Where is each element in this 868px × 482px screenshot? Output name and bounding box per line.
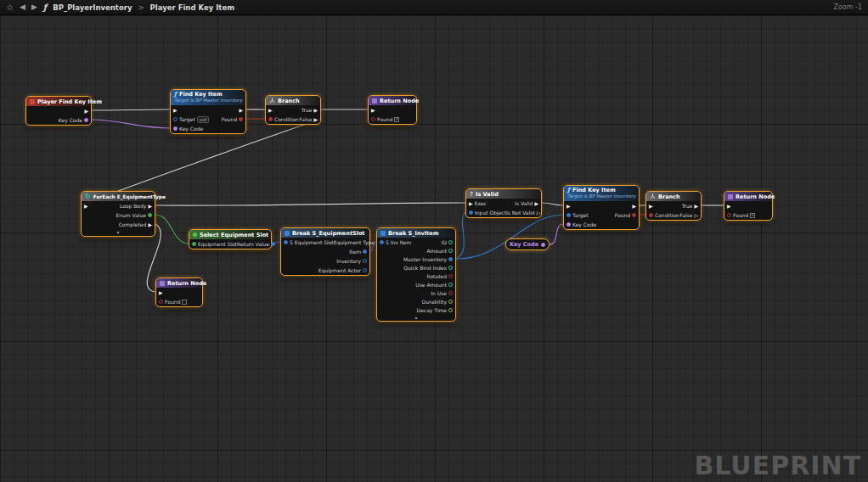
key-code-out-pin[interactable] <box>541 243 545 247</box>
pin-label: Loop Body <box>120 203 146 209</box>
pin-label: Inventory <box>336 258 361 264</box>
key-code-pin[interactable] <box>173 126 178 131</box>
enum-value-pin[interactable] <box>148 213 152 217</box>
node-select-equipment-slot[interactable]: Select Equipment Slot Equipment Slot Ret… <box>189 229 272 249</box>
breadcrumb-current[interactable]: Player Find Key Item <box>150 3 234 12</box>
exec-in-pin[interactable] <box>84 204 88 209</box>
true-exec-pin[interactable] <box>313 108 318 113</box>
exec-in-pin[interactable] <box>469 201 473 206</box>
wire-isvalid-find2 <box>542 203 563 205</box>
struct-icon <box>380 231 386 236</box>
exec-in-pin[interactable] <box>649 204 653 209</box>
pin-label: Durability <box>422 299 447 305</box>
false-exec-pin[interactable] <box>313 117 318 122</box>
found-checkbox[interactable] <box>750 213 755 218</box>
found-pin[interactable] <box>371 117 375 121</box>
equipment-slot-pin[interactable] <box>192 242 196 246</box>
exec-in-pin[interactable] <box>159 290 163 295</box>
key-code-out-pin[interactable] <box>84 118 88 122</box>
in-use-pin[interactable] <box>448 291 453 295</box>
id-pin[interactable] <box>448 240 453 244</box>
node-foreach-equipmenttype[interactable]: ↻ ForEach E_EquipmentType Loop Body Enum… <box>81 191 155 237</box>
durability-pin[interactable] <box>448 300 453 304</box>
node-return-3[interactable]: Return Node Found <box>724 191 773 221</box>
pin-label: Found <box>615 212 630 218</box>
found-checkbox[interactable] <box>394 117 399 122</box>
node-find-key-item-2[interactable]: ƒFind Key Item Target is BP Master Inven… <box>563 185 640 230</box>
false-exec-pin[interactable] <box>694 213 698 218</box>
use-amount-pin[interactable] <box>448 283 453 287</box>
collapse-caret[interactable] <box>82 229 155 235</box>
loop-body-exec-pin[interactable] <box>148 204 152 209</box>
completed-exec-pin[interactable] <box>148 222 152 227</box>
node-branch-2[interactable]: Branch True Condition False <box>645 191 702 221</box>
struct-in-pin[interactable] <box>284 240 288 244</box>
found-pin[interactable] <box>632 213 636 217</box>
collapse-caret[interactable] <box>377 314 455 320</box>
node-header: Player Find Key Item <box>26 97 91 106</box>
blueprint-graph-canvas[interactable]: Player Find Key Item Key Code ƒFind Key … <box>0 15 868 482</box>
exec-out-pin[interactable] <box>632 204 636 209</box>
back-icon[interactable]: ◀ <box>20 3 25 11</box>
node-title: Return Node <box>736 193 775 200</box>
exec-out-pin[interactable] <box>239 108 243 113</box>
breadcrumb-root[interactable]: BP_PlayerInventory <box>53 3 132 12</box>
pin-label: Found <box>165 299 180 305</box>
is-valid-exec-pin[interactable] <box>534 201 538 206</box>
node-header: Return Node <box>156 278 202 288</box>
target-pin[interactable] <box>566 213 571 217</box>
node-key-code-get[interactable]: Key Code <box>505 238 550 250</box>
node-title: Break S_EquipmentSlot <box>292 230 364 237</box>
exec-out-pin[interactable] <box>84 109 88 114</box>
pin-label: S Equipment Slot <box>290 239 334 245</box>
true-exec-pin[interactable] <box>694 204 698 209</box>
target-pin[interactable] <box>173 117 178 121</box>
item-pin[interactable] <box>363 249 367 254</box>
loop-icon: ↻ <box>85 193 91 200</box>
node-title: Branch <box>658 193 680 200</box>
condition-pin[interactable] <box>268 117 273 121</box>
node-find-key-item-1[interactable]: ƒFind Key Item Target is BP Master Inven… <box>170 89 246 134</box>
master-inventory-pin[interactable] <box>448 257 453 261</box>
struct-in-pin[interactable] <box>380 240 384 244</box>
rotated-pin[interactable] <box>448 274 453 278</box>
found-pin[interactable] <box>159 300 163 304</box>
key-code-pin[interactable] <box>566 222 571 227</box>
node-function-entry[interactable]: Player Find Key Item Key Code <box>25 96 92 126</box>
found-checkbox[interactable] <box>182 300 187 305</box>
node-return-1[interactable]: Return Node Found <box>368 95 417 125</box>
node-is-valid[interactable]: ? Is Valid Exec Is Valid Input Object Is… <box>465 188 542 218</box>
favorite-star-icon[interactable]: ☆ <box>6 3 14 12</box>
entry-icon <box>30 99 35 104</box>
node-header: ƒFind Key Item Target is BP Master Inven… <box>564 186 639 201</box>
node-break-equipmentslot[interactable]: Break S_EquipmentSlot S Equipment Slot E… <box>280 227 370 276</box>
found-pin[interactable] <box>239 117 243 121</box>
return-value-pin[interactable] <box>271 242 275 246</box>
pin-label: Found <box>733 212 748 218</box>
input-object-pin[interactable] <box>469 210 473 215</box>
exec-in-pin[interactable] <box>268 108 273 113</box>
node-title: Return Node <box>380 98 419 104</box>
quick-bind-index-pin[interactable] <box>448 266 453 270</box>
exec-in-pin[interactable] <box>371 108 375 113</box>
equipment-actor-pin[interactable] <box>363 268 367 272</box>
pin-label: Condition <box>655 212 679 218</box>
exec-in-pin[interactable] <box>173 108 178 113</box>
condition-pin[interactable] <box>649 213 653 217</box>
exec-in-pin[interactable] <box>566 204 571 209</box>
node-header: ↻ ForEach E_EquipmentType <box>82 192 155 201</box>
node-break-invitem[interactable]: Break S_InvItem S Inv Item ID Amount Mas… <box>376 227 456 322</box>
node-header: Return Node <box>369 96 416 105</box>
exec-in-pin[interactable] <box>727 204 731 209</box>
forward-icon[interactable]: ▶ <box>31 3 37 11</box>
decay-time-pin[interactable] <box>448 308 453 312</box>
target-self-value[interactable]: self <box>197 116 210 123</box>
is-not-valid-exec-pin[interactable] <box>537 210 541 216</box>
found-pin[interactable] <box>727 213 731 217</box>
amount-pin[interactable] <box>448 249 453 253</box>
inventory-pin[interactable] <box>363 259 367 263</box>
node-branch-1[interactable]: Branch True Condition False <box>265 95 321 125</box>
pin-label: Enum Value <box>116 212 146 218</box>
pin-label: Completed <box>119 221 147 227</box>
node-return-2[interactable]: Return Node Found <box>155 277 203 307</box>
